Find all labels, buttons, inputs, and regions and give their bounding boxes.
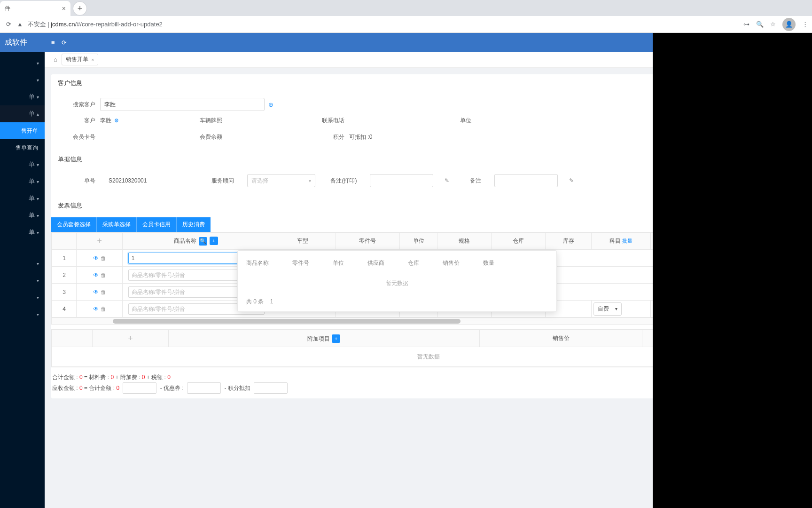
delete-icon[interactable]: 🗑 bbox=[101, 306, 106, 312]
new-tab-button[interactable]: + bbox=[73, 2, 86, 15]
refresh-icon[interactable]: ⟳ bbox=[62, 39, 67, 46]
chevron-down-icon: ▾ bbox=[37, 230, 39, 235]
points-value: 可抵扣 :0 bbox=[349, 133, 372, 141]
discount-amount-input[interactable] bbox=[123, 382, 156, 394]
close-icon[interactable]: × bbox=[62, 5, 66, 12]
zoom-icon[interactable]: 🔍 bbox=[756, 21, 764, 28]
delete-icon[interactable]: 🗑 bbox=[101, 272, 106, 278]
sidebar-sub-sales-query[interactable]: 售单查询 bbox=[0, 139, 45, 156]
sidebar-item-7[interactable]: 单▾ bbox=[0, 207, 45, 224]
edit-icon[interactable]: ✎ bbox=[569, 177, 574, 184]
sidebar-item-6[interactable]: 单▾ bbox=[0, 190, 45, 207]
view-icon[interactable]: 👁 bbox=[93, 289, 99, 295]
sidebar-item-4[interactable]: 单▾ bbox=[0, 156, 45, 173]
autocomplete-empty: 暂无数据 bbox=[246, 273, 548, 294]
reload-icon[interactable]: ⟳ bbox=[4, 21, 13, 28]
menu-icon[interactable]: ⋮ bbox=[802, 21, 808, 28]
sidebar-item-tail-0[interactable]: ▾ bbox=[0, 255, 45, 272]
sidebar-item-3[interactable]: 单▴ bbox=[0, 105, 45, 122]
autocomplete-popup: 商品名称 零件号 单位 供应商 仓库 销售价 数量 暂无数据 共 0 条 1 bbox=[237, 250, 557, 312]
sidebar-item-1[interactable]: ▾ bbox=[0, 71, 45, 88]
chevron-down-icon: ▾ bbox=[37, 179, 39, 184]
chevron-down-icon: ▾ bbox=[37, 162, 39, 167]
add-customer-icon[interactable]: ⊕ bbox=[268, 101, 273, 108]
sidebar-item-tail-3[interactable]: ▾ bbox=[0, 306, 45, 323]
black-region bbox=[653, 33, 812, 508]
chevron-down-icon: ▾ bbox=[37, 196, 39, 201]
sidebar-sub-sales-create[interactable]: 售开单 bbox=[0, 122, 45, 139]
sidebar: 成软件 ▾ ▾ 单▾ 单▴ 售开单 售单查询 单▾ 单▾ 单▾ 单▾ 单▾ ▾ … bbox=[0, 33, 45, 508]
insecure-icon: ▲ bbox=[17, 21, 23, 28]
sidebar-item-tail-1[interactable]: ▾ bbox=[0, 272, 45, 289]
tab-title: 件 bbox=[5, 5, 10, 13]
view-icon[interactable]: 👁 bbox=[93, 306, 99, 312]
profile-icon[interactable]: 👤 bbox=[782, 18, 796, 31]
search-customer-label: 搜索客户 bbox=[58, 101, 95, 109]
close-icon[interactable]: × bbox=[91, 57, 94, 63]
security-label: 不安全 bbox=[28, 21, 46, 28]
brand: 成软件 bbox=[0, 33, 45, 52]
collapse-icon[interactable]: ≡ bbox=[51, 39, 55, 46]
home-icon[interactable]: ⌂ bbox=[49, 56, 62, 63]
advisor-select[interactable]: 请选择▾ bbox=[247, 174, 315, 187]
view-icon[interactable]: 👁 bbox=[93, 255, 99, 262]
page-1[interactable]: 1 bbox=[270, 298, 273, 305]
sidebar-item-tail-2[interactable]: ▾ bbox=[0, 289, 45, 306]
chevron-down-icon: ▾ bbox=[37, 61, 39, 66]
browser-tab[interactable]: 件 × bbox=[0, 1, 70, 16]
tab-member-credit[interactable]: 会员卡信用 bbox=[137, 217, 177, 232]
delete-icon[interactable]: 🗑 bbox=[101, 255, 106, 262]
sidebar-item-8[interactable]: 单▾ bbox=[0, 224, 45, 241]
add-addon-button[interactable]: + bbox=[332, 334, 340, 343]
subject-batch-link[interactable]: 批量 bbox=[622, 238, 632, 244]
add-row-icon[interactable]: + bbox=[97, 236, 102, 246]
sidebar-item-2[interactable]: 单▾ bbox=[0, 88, 45, 105]
remark-input[interactable] bbox=[494, 174, 558, 187]
sidebar-item-0[interactable]: ▾ bbox=[0, 55, 45, 71]
key-icon[interactable]: ⊶ bbox=[743, 21, 750, 28]
totals-text: 合计金额 : 0 = 材料费 : 0 + 附加费 : 0 + 税额 : 0 应收… bbox=[52, 372, 289, 394]
address-bar[interactable]: ▲ 不安全 | jcdms.cn/#/core-repairbill-add-o… bbox=[17, 20, 740, 29]
tab-purchase-select[interactable]: 采购单选择 bbox=[97, 217, 137, 232]
bookmark-icon[interactable]: ☆ bbox=[770, 21, 776, 28]
add-addon-icon[interactable]: + bbox=[128, 333, 133, 343]
url-path: /#/core-repairbill-add-or-update2 bbox=[75, 21, 162, 28]
subject-select[interactable]: 自费▾ bbox=[593, 302, 622, 316]
coupon-input[interactable] bbox=[187, 382, 221, 394]
add-product-button[interactable]: + bbox=[210, 237, 218, 245]
chevron-down-icon: ▾ bbox=[37, 261, 39, 266]
search-products-button[interactable]: 🔍 bbox=[199, 237, 207, 246]
chevron-down-icon: ▾ bbox=[37, 213, 39, 218]
scrollbar-thumb[interactable] bbox=[113, 319, 461, 324]
url-host: jcdms.cn bbox=[51, 21, 75, 28]
customer-value: 李胜 bbox=[100, 117, 111, 125]
chevron-down-icon: ▾ bbox=[37, 312, 39, 317]
chevron-down-icon: ▾ bbox=[37, 295, 39, 300]
view-icon[interactable]: 👁 bbox=[93, 272, 99, 278]
sidebar-item-5[interactable]: 单▾ bbox=[0, 173, 45, 190]
delete-icon[interactable]: 🗑 bbox=[101, 289, 106, 295]
chevron-up-icon: ▴ bbox=[37, 111, 39, 117]
chevron-down-icon: ▾ bbox=[37, 95, 39, 100]
gear-icon[interactable]: ⚙ bbox=[114, 118, 119, 124]
chevron-down-icon: ▾ bbox=[37, 278, 39, 283]
search-customer-input[interactable] bbox=[100, 98, 265, 111]
chevron-down-icon: ▾ bbox=[37, 78, 39, 83]
chevron-down-icon: ▾ bbox=[309, 178, 311, 183]
tab-history[interactable]: 历史消费 bbox=[177, 217, 211, 232]
remark-print-input[interactable] bbox=[370, 174, 433, 187]
points-deduct-input[interactable] bbox=[254, 382, 288, 394]
edit-icon[interactable]: ✎ bbox=[445, 177, 449, 184]
page-tab-sales[interactable]: 销售开单 × bbox=[62, 54, 98, 65]
tab-member-package[interactable]: 会员套餐选择 bbox=[51, 217, 97, 232]
doc-no: S20210320001 bbox=[109, 177, 147, 184]
